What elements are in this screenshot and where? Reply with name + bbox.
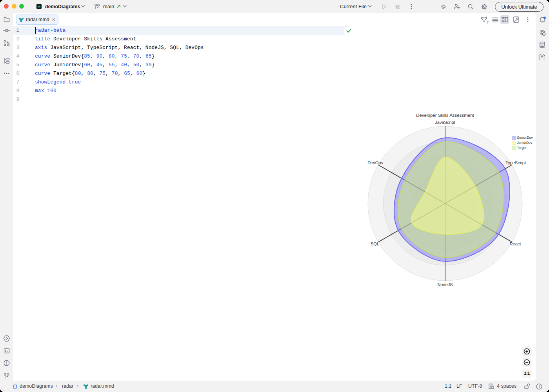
svg-text:Developer Skills Assessment: Developer Skills Assessment bbox=[416, 113, 474, 118]
svg-text:React: React bbox=[510, 241, 521, 246]
svg-text:SQL: SQL bbox=[371, 241, 379, 246]
svg-text:Target: Target bbox=[517, 146, 527, 150]
svg-text:JuniorDev: JuniorDev bbox=[517, 141, 533, 145]
svg-text:TypeScript: TypeScript bbox=[505, 160, 526, 165]
svg-text:M: M bbox=[38, 4, 41, 9]
svg-text:?: ? bbox=[487, 20, 489, 24]
svg-text:SeniorDev: SeniorDev bbox=[517, 136, 533, 140]
svg-text:DevOps: DevOps bbox=[367, 160, 383, 165]
svg-text:NodeJS: NodeJS bbox=[437, 282, 453, 287]
svg-text:JavaScript: JavaScript bbox=[435, 120, 455, 125]
